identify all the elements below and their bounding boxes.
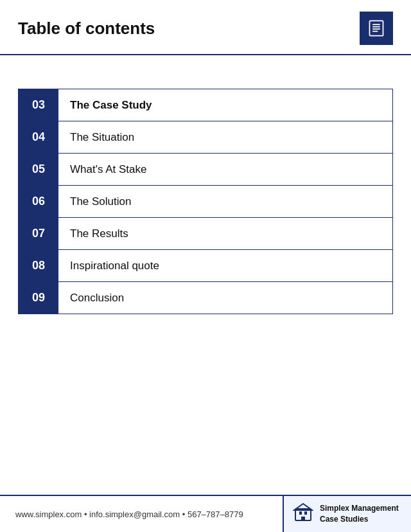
- page-header: Table of contents: [0, 0, 411, 55]
- toc-row: 04The Situation: [19, 121, 392, 154]
- toc-table: 03The Case Study04The Situation05What's …: [18, 89, 393, 314]
- toc-label: The Case Study: [58, 89, 392, 121]
- toc-label: The Solution: [58, 186, 392, 217]
- toc-number: 05: [19, 154, 58, 185]
- company-name-line1: Simplex Management: [320, 503, 399, 514]
- company-name-line2: Case Studies: [320, 514, 399, 525]
- company-icon: [293, 502, 313, 526]
- document-list-icon: [367, 19, 385, 37]
- page-title: Table of contents: [18, 19, 155, 39]
- toc-number: 03: [19, 89, 58, 121]
- page-footer: www.simplex.com • info.simplex@gmail.com…: [0, 495, 411, 532]
- toc-number: 06: [19, 186, 58, 217]
- main-content: 03The Case Study04The Situation05What's …: [0, 55, 411, 495]
- footer-contact: www.simplex.com • info.simplex@gmail.com…: [0, 496, 283, 532]
- toc-row: 06The Solution: [19, 186, 392, 218]
- toc-label: The Results: [58, 218, 392, 249]
- toc-number: 07: [19, 218, 58, 249]
- toc-row: 07The Results: [19, 218, 392, 250]
- toc-number: 08: [19, 250, 58, 281]
- toc-row: 08Inspirational quote: [19, 250, 392, 282]
- footer-branding: Simplex Management Case Studies: [283, 496, 411, 532]
- toc-label: Conclusion: [58, 282, 392, 314]
- svg-rect-8: [301, 517, 305, 520]
- toc-row: 03The Case Study: [19, 89, 392, 121]
- toc-number: 04: [19, 121, 58, 153]
- svg-rect-7: [304, 511, 307, 515]
- toc-row: 09Conclusion: [19, 282, 392, 314]
- building-icon: [293, 502, 313, 523]
- toc-number: 09: [19, 282, 58, 314]
- toc-label: Inspirational quote: [58, 250, 392, 281]
- toc-row: 05What's At Stake: [19, 154, 392, 186]
- header-icon-box: [360, 12, 393, 45]
- svg-rect-0: [370, 21, 383, 35]
- toc-label: The Situation: [58, 121, 392, 153]
- svg-rect-6: [299, 511, 302, 515]
- company-name-text: Simplex Management Case Studies: [320, 503, 399, 525]
- toc-label: What's At Stake: [58, 154, 392, 185]
